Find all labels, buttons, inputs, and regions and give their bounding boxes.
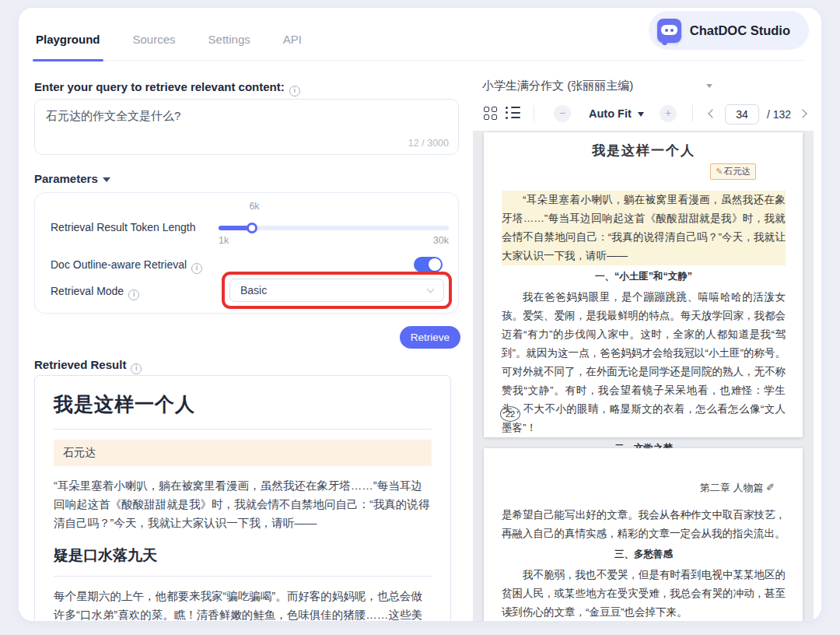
info-icon[interactable]: i xyxy=(131,363,142,374)
brand-name: ChatDOC Studio xyxy=(690,23,790,38)
result-paragraph: “耳朵里塞着小喇叭，躺在被窝里看漫画，虽然我还在象牙塔……”每当耳边回响起这首《… xyxy=(54,476,432,532)
page-number-input[interactable] xyxy=(725,104,759,125)
token-length-slider[interactable] xyxy=(219,226,449,230)
thumbnail-view-icon[interactable] xyxy=(484,107,497,120)
retrieve-button[interactable]: Retrieve xyxy=(400,326,460,349)
info-icon[interactable]: i xyxy=(128,289,139,300)
toolbar-divider xyxy=(692,105,693,121)
slider-thumb[interactable] xyxy=(247,223,257,233)
author-tag: ✎石元达 xyxy=(710,163,756,180)
zoom-in-button[interactable]: + xyxy=(660,105,677,122)
page-total: / 132 xyxy=(767,108,791,121)
document-page: 我是这样一个人 ✎石元达 “耳朵里塞着小喇叭，躺在被窝里看漫画，虽然我还在象牙塔… xyxy=(484,132,803,437)
viewer-toolbar: − Auto Fit + / 132 xyxy=(482,104,814,128)
slider-max: 30k xyxy=(433,235,449,246)
slider-range-labels: 1k 30k xyxy=(219,235,449,246)
retrieval-mode-label: Retrieval Modei xyxy=(51,285,139,300)
retrieval-mode-select[interactable]: Basic xyxy=(229,279,444,302)
query-box: 石元达的作文全文是什么? 12 / 3000 xyxy=(34,99,459,155)
result-heading: 疑是口水落九天 xyxy=(54,546,432,577)
char-count: 12 / 3000 xyxy=(408,138,449,149)
caret-down-icon xyxy=(103,177,110,182)
outline-retrieval-toggle[interactable] xyxy=(414,257,443,272)
page-paragraph: 我不脆弱，我也不爱哭，但是有时看到电视中某某地区的贫困人民，或某些地方在受灾受难… xyxy=(502,566,786,621)
outline-retrieval-label: Doc Outline-aware Retrievali xyxy=(51,258,202,274)
main-card: Playground Sources Settings API ChatDOC … xyxy=(19,8,821,621)
tab-playground[interactable]: Playground xyxy=(34,30,102,60)
result-title: 我是这样一个人 xyxy=(54,391,432,430)
zoom-out-button[interactable]: − xyxy=(554,105,571,122)
document-title: 小学生满分作文 (张丽丽主编) xyxy=(482,79,633,92)
page-paragraph: 是希望自己能写出好的文章。我会从各种作文中取百家技艺，再融入自己的真情实感，精彩… xyxy=(502,506,786,543)
section-heading: 一、“小土匪”和“文静” xyxy=(502,270,786,283)
pen-flourish-icon: ✐ xyxy=(766,482,775,493)
previous-page-icon[interactable] xyxy=(708,109,716,118)
caret-down-icon xyxy=(706,84,712,88)
retrieved-result-panel[interactable]: 我是这样一个人 石元达 “耳朵里塞着小喇叭，躺在被窝里看漫画，虽然我还在象牙塔…… xyxy=(34,375,451,621)
chatdoc-bot-icon xyxy=(657,19,681,43)
next-page-icon[interactable] xyxy=(798,109,807,118)
document-page: 第二章 人物篇 ✐ 是希望自己能写出好的文章。我会从各种作文中取百家技艺，再融入… xyxy=(484,448,803,621)
document-viewer-scroll-area[interactable]: 我是这样一个人 ✎石元达 “耳朵里塞着小喇叭，躺在被窝里看漫画，虽然我还在象牙塔… xyxy=(473,131,814,621)
tab-api[interactable]: API xyxy=(282,30,303,60)
info-icon[interactable]: i xyxy=(191,263,202,274)
outline-view-icon[interactable] xyxy=(506,107,520,119)
parameters-header[interactable]: Parameters xyxy=(34,172,110,185)
info-icon[interactable]: i xyxy=(289,86,300,96)
zoom-mode-dropdown[interactable]: Auto Fit xyxy=(589,107,644,120)
highlighted-paragraph: “耳朵里塞着小喇叭，躺在被窝里看漫画，虽然我还在象牙塔……”每当耳边回响起这首《… xyxy=(502,191,786,265)
retrieval-mode-value: Basic xyxy=(240,284,267,296)
caret-down-icon xyxy=(638,112,644,117)
result-author-highlight: 石元达 xyxy=(54,440,432,466)
section-heading: 三、多愁善感 xyxy=(502,548,786,561)
slider-min: 1k xyxy=(219,235,229,246)
query-input[interactable]: 石元达的作文全文是什么? xyxy=(35,100,458,135)
page-essay-title: 我是这样一个人 xyxy=(502,142,786,160)
brand-pill: ChatDOC Studio xyxy=(649,11,809,50)
toolbar-divider xyxy=(534,105,534,121)
chevron-down-icon xyxy=(427,286,435,293)
pen-icon: ✎ xyxy=(716,167,723,176)
document-title-dropdown[interactable]: 小学生满分作文 (张丽丽主编) xyxy=(482,79,712,93)
chapter-header: 第二章 人物篇 ✐ xyxy=(502,481,775,495)
tab-settings[interactable]: Settings xyxy=(207,30,252,60)
tab-sources[interactable]: Sources xyxy=(131,30,177,60)
query-label: Enter your query to retrieve relevant co… xyxy=(34,80,300,96)
page-paragraph: 我在爸爸妈妈眼里，是个蹦蹦跳跳、嘻嘻哈哈的活泼女孩。爱笑、爱闹，是我最鲜明的特点… xyxy=(502,288,786,437)
slider-current-value: 6k xyxy=(231,201,278,212)
result-paragraph: 每个星期六的上午，他都要来我家“骗吃骗喝”。而好客的妈妈呢，也总会做许多“口水弟… xyxy=(54,587,432,621)
parameters-card: Retrieval Result Token Length 6k 1k 30k … xyxy=(34,192,459,314)
token-length-label: Retrieval Result Token Length xyxy=(51,221,196,233)
retrieved-result-label: Retrieved Resulti xyxy=(34,358,142,374)
page-number-badge: 22 xyxy=(500,406,520,422)
